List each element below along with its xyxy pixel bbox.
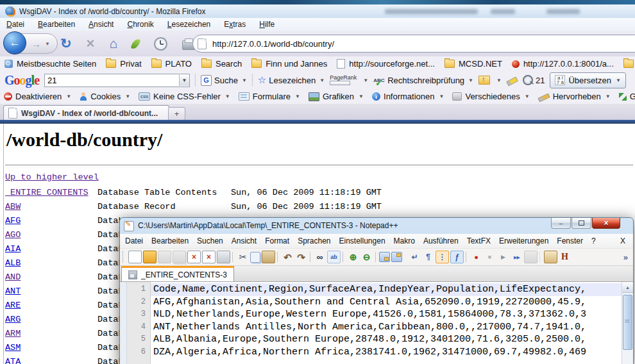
webdev-item[interactable]: Größe ▼ — [619, 92, 635, 101]
close-file-icon[interactable]: × — [187, 251, 201, 263]
history-dropdown-icon[interactable]: ▼ — [45, 41, 50, 47]
google-search-button[interactable]: G Suche ▼ — [201, 75, 247, 86]
save-all-icon[interactable] — [173, 251, 186, 263]
entry-link[interactable]: ABW — [5, 202, 21, 211]
back-button[interactable]: ← — [3, 31, 26, 54]
reload-button[interactable]: ↻ — [60, 36, 72, 51]
menu-item[interactable]: ? — [591, 236, 596, 245]
highlighter-icon[interactable] — [506, 76, 518, 86]
open-file-icon[interactable] — [143, 251, 157, 263]
indent-guide-icon[interactable]: ⋮ — [436, 251, 449, 263]
zoom-in-icon[interactable]: ⊕ — [347, 251, 359, 263]
site-identity-icon[interactable] — [198, 38, 207, 49]
webdev-item[interactable]: Formulare ▼ — [239, 92, 300, 101]
bookmark-margin[interactable] — [120, 282, 127, 364]
entry-link[interactable]: ARM — [5, 329, 21, 338]
menu-item[interactable]: Ansicht — [89, 20, 114, 29]
entry-link[interactable]: AIA — [5, 244, 21, 254]
entry-link[interactable]: ARG — [5, 315, 21, 324]
menu-item[interactable]: Hilfe — [259, 20, 275, 29]
menu-item[interactable]: Bearbeiten — [38, 20, 75, 29]
bookmark-item[interactable]: Tree Samples — [623, 59, 635, 69]
entry-link[interactable]: AND — [5, 272, 21, 282]
redo-icon[interactable]: ↷ — [295, 251, 307, 263]
bookmark-item[interactable]: Finn und Jannes — [251, 59, 327, 69]
word-wrap-icon[interactable]: ↵ — [409, 251, 421, 263]
up-level-link[interactable]: Up to higher level — [5, 172, 99, 182]
bookmark-item[interactable]: http://sourceforge.net... — [337, 59, 435, 69]
doc-monitor-icon[interactable] — [544, 251, 557, 263]
sync-horizontal-icon[interactable] — [391, 252, 402, 262]
firefox-titlebar[interactable]: WsgiDAV - Index of /world-db/country/ - … — [0, 4, 635, 18]
entry-link[interactable]: ANT — [5, 286, 21, 296]
vertical-scrollbar[interactable]: ▲ — [622, 282, 633, 364]
google-search-input[interactable] — [45, 75, 179, 86]
close-document-x[interactable]: X — [620, 236, 628, 245]
spellcheck-button[interactable]: ABC Rechtschreibprüfung ▼ — [373, 76, 473, 85]
close-button[interactable]: × — [592, 218, 620, 229]
home-button[interactable]: ⌂ — [109, 36, 117, 51]
cut-icon[interactable]: ✂ — [237, 251, 249, 263]
find-icon[interactable]: ∞ — [314, 251, 326, 263]
menu-item[interactable]: Ausführen — [423, 236, 459, 245]
bookmark-item[interactable]: Meistbesuchte Seiten — [4, 59, 96, 69]
webdev-item[interactable]: Hervorheben ▼ — [538, 92, 611, 101]
copy-icon[interactable] — [250, 252, 260, 263]
play-macro-icon[interactable]: ▶ — [497, 251, 509, 263]
menu-item[interactable]: Suchen — [197, 236, 223, 245]
editor-text[interactable]: Code,Name,Continent,Region,SurfaceArea,I… — [151, 282, 622, 364]
menu-item[interactable]: Datei — [125, 236, 143, 245]
webdev-item[interactable]: Verschiedenes ▼ — [452, 92, 529, 101]
record-macro-icon[interactable]: ● — [470, 251, 482, 263]
pagerank-widget[interactable]: PageRank — [330, 75, 357, 85]
chevron-down-icon[interactable]: ▼ — [363, 78, 368, 83]
menu-item[interactable]: Sprachen — [298, 236, 330, 245]
save-macro-icon[interactable] — [524, 251, 538, 263]
editor-area[interactable]: 1 2 3 4 5 6 Code,Name,Continent,Region,S… — [120, 282, 633, 364]
translate-button[interactable]: a ï7 ä Übersetzen ▼ — [550, 72, 625, 88]
history-clock-icon[interactable] — [154, 37, 167, 51]
zoom-out-icon[interactable]: ⊖ — [360, 251, 373, 263]
toolbar-overflow-chevron[interactable]: » — [623, 252, 631, 262]
print-icon[interactable] — [217, 251, 230, 263]
menu-item[interactable]: Einstellungen — [339, 236, 385, 245]
menu-item[interactable]: Extras — [224, 20, 246, 29]
menu-item[interactable]: Ansicht — [232, 236, 257, 245]
html-preview-icon[interactable]: H — [559, 251, 571, 263]
webdev-item[interactable]: Grafiken ▼ — [309, 92, 364, 101]
entry-link[interactable]: ATA — [5, 357, 21, 364]
sync-vertical-icon[interactable] — [379, 252, 390, 262]
menu-item[interactable]: Datei — [6, 20, 24, 29]
bookmark-item[interactable]: Search — [201, 59, 242, 69]
minimize-button[interactable]: – — [551, 218, 571, 229]
menu-item[interactable]: Fenster — [557, 236, 583, 245]
entry-link[interactable]: ALB — [5, 258, 21, 268]
webdev-item[interactable]: Deaktivieren ▼ — [4, 92, 71, 101]
entry-link[interactable]: ENTIRE CONTENTS — [5, 188, 89, 197]
scroll-up-button[interactable]: ▲ — [622, 282, 633, 293]
bookmark-item[interactable]: MCSD.NET — [444, 59, 502, 69]
zoom-indicator[interactable]: 21 — [523, 75, 545, 85]
location-bar[interactable] — [192, 35, 635, 53]
menu-item[interactable]: Makro — [394, 236, 415, 245]
menu-item[interactable]: Format — [265, 236, 289, 245]
menu-item[interactable]: Erweiterungen — [499, 236, 548, 245]
google-bookmarks-button[interactable]: ☆ Lesezeichen ▼ — [258, 74, 325, 86]
close-all-icon[interactable]: × — [202, 251, 216, 263]
active-tab[interactable]: WsgiDAV - Index of /world-db/count... — [3, 105, 169, 120]
save-icon[interactable] — [158, 251, 171, 263]
url-input[interactable] — [211, 38, 598, 49]
show-symbols-icon[interactable]: ¶ — [422, 251, 434, 263]
document-tab[interactable]: _ENTIRE_CONTENTS-3 — [121, 266, 234, 281]
send-to-icon[interactable] — [478, 76, 490, 85]
bookmark-item[interactable]: PLATO — [151, 59, 192, 69]
search-history-dropdown-icon[interactable]: ▼ — [179, 75, 189, 86]
sage-feed-icon[interactable] — [131, 37, 141, 50]
forward-button[interactable]: → — [31, 38, 41, 49]
menu-item[interactable]: Lesezeichen — [167, 20, 210, 29]
new-tab-button[interactable]: + — [168, 107, 185, 120]
run-macro-multi-icon[interactable]: ▶▶ — [511, 251, 523, 263]
restore-button[interactable] — [572, 218, 591, 229]
menu-item[interactable]: TextFX — [467, 236, 491, 245]
webdev-item[interactable]: Keine CSS-Fehler ▼ — [139, 92, 230, 101]
